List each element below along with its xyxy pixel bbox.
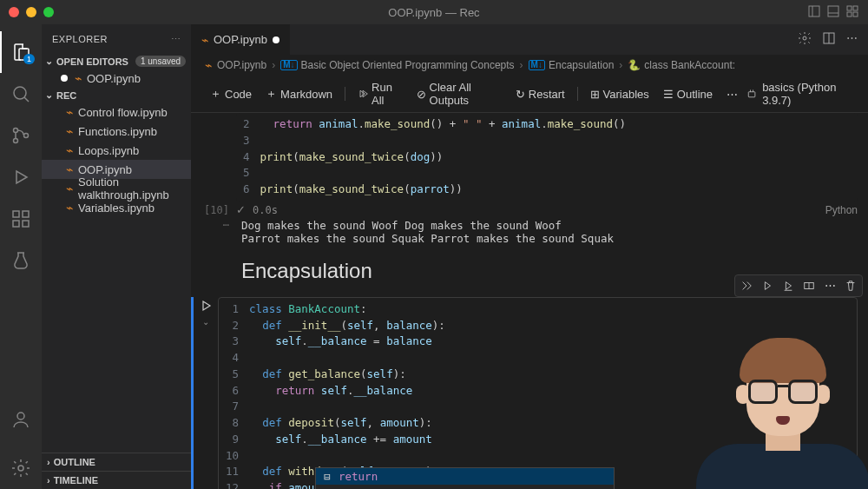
maximize-window-button[interactable] [43,7,54,17]
file-item[interactable]: ⌁Control flow.ipynb [42,102,191,122]
lang-label: Python [825,204,858,216]
chevron-down-icon[interactable]: ⌄ [202,317,209,327]
open-editor-item[interactable]: ⌁ OOP.ipynb [42,69,191,88]
svg-rect-13 [13,211,19,217]
svg-point-11 [14,139,18,143]
chevron-right-icon: › [47,457,50,467]
notebook-icon: ⌁ [66,182,73,195]
clear-outputs-button[interactable]: ⊘Clear All Outputs [411,79,507,109]
tab-oop[interactable]: ⌁ OOP.ipynb [191,24,291,55]
notebook-icon: ⌁ [205,58,212,72]
extensions-icon[interactable] [0,198,42,240]
layout-primary-icon[interactable] [807,4,821,21]
outline-button[interactable]: ☰Outline [658,86,718,102]
breadcrumb-file[interactable]: OOP.ipynb [217,59,266,71]
run-cell-icon[interactable] [199,299,213,315]
timeline-section[interactable]: ›TIMELINE [42,471,191,489]
file-name: OOP.ipynb [78,163,132,176]
settings-icon[interactable] [0,447,42,489]
explorer-icon[interactable]: 1 [0,31,42,73]
breadcrumb-symbol[interactable]: class BankAccount: [644,59,735,71]
svg-line-9 [24,97,29,102]
file-name: Functions.ipynb [78,125,157,138]
explorer-badge: 1 [23,54,35,64]
notebook-toolbar: ＋Code ＋Markdown Run All ⊘Clear All Outpu… [191,76,868,113]
check-icon: ✓ [236,203,246,216]
autocomplete-popup[interactable]: ⊟return ⬚return [315,467,615,489]
svg-rect-0 [809,6,819,17]
open-editors-label: OPEN EDITORS [56,56,128,67]
run-by-line-icon[interactable] [737,277,756,294]
sidebar-more-icon[interactable]: ⋯ [171,34,181,45]
keyword-icon: ⊟ [321,470,333,483]
file-name: Control flow.ipynb [78,106,168,119]
editor-area: ⌁ OOP.ipynb ⋯ ⌁ OOP.ipynb › M↓Basic Obje… [191,24,868,489]
file-item[interactable]: ⌁Loops.ipynb [42,141,191,160]
layout-panel-icon[interactable] [826,4,840,21]
run-all-button[interactable]: Run All [352,79,408,109]
more-icon[interactable]: ⋯ [846,31,858,48]
notebook-icon: ⌁ [75,71,82,85]
chevron-down-icon[interactable]: ⌄ [45,89,53,101]
sidebar: EXPLORER ⋯ ⌄ OPEN EDITORS 1 unsaved ⌁ OO… [42,24,191,489]
sidebar-title: EXPLORER [52,34,108,44]
layout-customize-icon[interactable] [845,4,859,21]
output-line: Parrot makes the sound Squak Parrot make… [241,232,614,245]
line-numbers: 123456789101112131415 [219,298,249,489]
file-item[interactable]: ⌁Functions.ipynb [42,122,191,141]
activity-bar: 1 [0,24,42,489]
breadcrumb-section2[interactable]: Encapsulation [549,59,614,71]
breadcrumb-section1[interactable]: Basic Object Oriented Programming Concep… [301,59,515,71]
execute-above-icon[interactable] [758,277,777,294]
delete-cell-icon[interactable] [841,277,860,294]
variables-button[interactable]: ⊞Variables [585,86,654,102]
close-window-button[interactable] [9,7,19,17]
code-content[interactable]: return animal.make_sound() + " " + anima… [260,113,858,202]
source-control-icon[interactable] [0,115,42,156]
svg-rect-2 [828,6,838,17]
svg-rect-14 [13,221,19,227]
split-cell-icon[interactable] [799,277,819,294]
svg-point-20 [803,36,806,40]
execute-below-icon[interactable] [779,277,798,294]
suggest-item[interactable]: ⬚return [316,485,614,489]
exec-time: 0.0s [253,204,278,216]
run-debug-icon[interactable] [0,156,42,198]
line-numbers: 23456 [236,113,260,202]
presenter-webcam [677,333,868,489]
more-icon[interactable]: ⋯ [820,277,839,294]
kernel-selector[interactable]: basics (Python 3.9.7) [746,81,854,107]
search-icon[interactable] [0,73,42,115]
file-name: Variables.ipynb [78,202,155,215]
notebook-icon: ⌁ [201,33,208,47]
minimize-window-button[interactable] [26,7,36,17]
file-item[interactable]: ⌁Solution walkthrough.ipynb [42,179,191,198]
svg-point-12 [24,134,29,138]
diff-icon[interactable] [822,31,836,48]
svg-rect-4 [847,6,852,10]
settings-icon[interactable] [798,31,812,48]
cell-output: ⋯ Dog makes the sound Woof Dog makes the… [191,219,868,245]
tab-label: OOP.ipynb [214,33,267,46]
add-markdown-button[interactable]: ＋Markdown [260,84,338,103]
svg-rect-23 [748,92,755,97]
account-icon[interactable] [0,399,42,440]
folder-label: REC [56,90,76,101]
suggest-item[interactable]: ⊟return [316,468,614,485]
svg-point-10 [14,129,18,133]
chevron-down-icon[interactable]: ⌄ [45,56,53,67]
traffic-lights [9,7,54,17]
add-code-button[interactable]: ＋Code [205,84,257,103]
testing-icon[interactable] [0,240,42,281]
svg-point-18 [17,413,24,420]
restart-button[interactable]: ↻Restart [510,86,570,102]
breadcrumb[interactable]: ⌁ OOP.ipynb › M↓Basic Object Oriented Pr… [191,55,868,76]
notebook-icon: ⌁ [66,201,73,215]
more-icon[interactable]: ⋯ [721,88,743,101]
notebook-icon: ⌁ [66,162,73,176]
svg-point-19 [18,466,23,471]
svg-rect-7 [853,12,858,17]
outline-section[interactable]: ›OUTLINE [42,453,191,471]
file-item[interactable]: ⌁Variables.ipynb [42,198,191,217]
code-cell[interactable]: 23456 return animal.make_sound() + " " +… [191,113,868,202]
